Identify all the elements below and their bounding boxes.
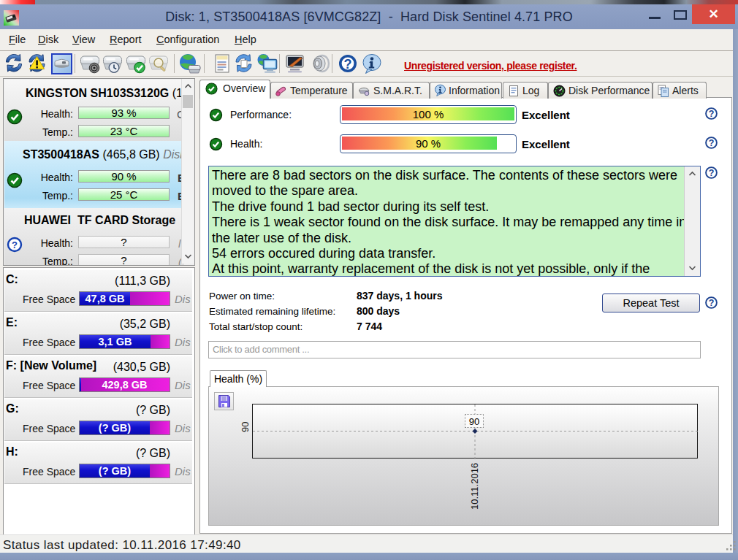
svg-text:?: ? bbox=[709, 298, 715, 308]
svg-text:?: ? bbox=[709, 138, 715, 148]
svg-text:?: ? bbox=[709, 168, 715, 178]
svg-text:?: ? bbox=[709, 109, 715, 119]
svg-text:?: ? bbox=[344, 57, 352, 72]
